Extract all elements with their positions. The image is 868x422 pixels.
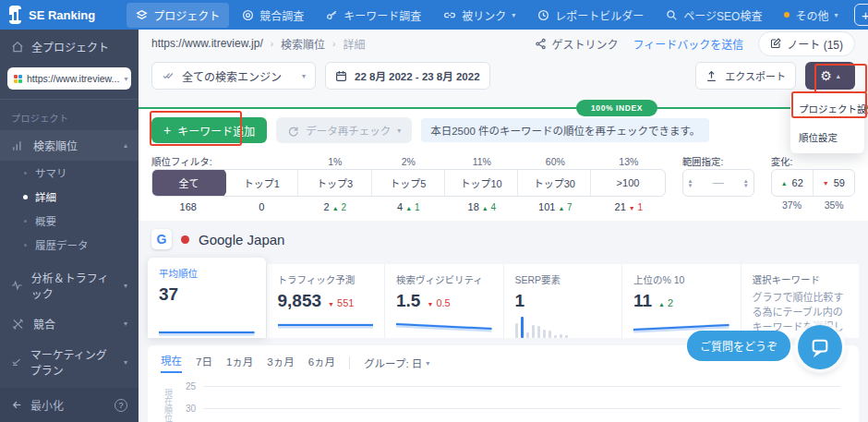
double-check-icon — [162, 70, 175, 81]
menu-item-rank-settings[interactable]: 順位設定 — [790, 123, 864, 151]
export-button[interactable]: エクスポート — [695, 62, 796, 90]
chevron-down-icon: ▾ — [834, 11, 838, 19]
filter-all[interactable]: 全て — [151, 169, 226, 197]
filter-top5[interactable]: トップ5 — [372, 170, 445, 196]
settings-button[interactable]: ⚙ ▴ — [805, 62, 855, 90]
sidebar-minimize[interactable]: 最小化 ? — [0, 388, 139, 422]
add-project-button[interactable]: + — [854, 4, 868, 26]
change-up-button[interactable]: ▲ 62 — [772, 170, 813, 196]
notification-dot — [784, 12, 790, 18]
target-icon — [242, 9, 254, 21]
breadcrumb-row: https://www.itreview.jp/ › 検索順位 › 詳細 ゲスト… — [139, 30, 868, 57]
notes-button[interactable]: ノート (15) — [758, 31, 855, 56]
filter-top30[interactable]: トップ30 — [518, 170, 591, 196]
project-selector[interactable]: https://www.itreview... ▾ — [7, 67, 131, 90]
chat-icon — [810, 337, 830, 357]
sidebar-subitem-summary[interactable]: サマリ — [0, 161, 139, 185]
help-icon[interactable]: ? — [115, 399, 127, 412]
arrow-left-icon — [11, 399, 23, 411]
menu-item-project-settings[interactable]: プロジェクト設定 — [790, 94, 864, 123]
card-serp-features[interactable]: SERP要素 1 — [503, 264, 622, 338]
pulse-icon — [11, 279, 23, 292]
note-edit-icon — [770, 38, 781, 49]
range-filter: 範囲指定: ▴▾ — ▴▾ — [682, 153, 754, 197]
sidebar: 全プロジェクト https://www.itreview... ▾ プロジェクト… — [0, 30, 139, 422]
guest-link-button[interactable]: ゲストリンク — [535, 36, 619, 52]
recheck-info-text: 本日2500 件のキーワードの順位を再チェックできます。 — [421, 118, 709, 142]
google-logo: G — [151, 229, 172, 249]
nav-competitor-research[interactable]: 競合調査 — [233, 3, 313, 28]
home-icon — [11, 41, 24, 54]
chevron-down-icon: ▾ — [302, 72, 306, 80]
controls-row: 全ての検索エンジン ▾ 22 8月 2022 - 23 8月 2022 エクスポ… — [139, 57, 868, 94]
search-engine-section-header: G Google Japan — [139, 221, 868, 258]
nav-backlinks[interactable]: 被リンク ▾ — [434, 3, 524, 28]
card-traffic-forecast[interactable]: トラフィック予測 9,853 ▼ 551 — [266, 264, 385, 338]
card-search-visibility[interactable]: 検索ヴィジビリティ 1.5 ▼ 0.5 — [384, 264, 503, 338]
chevron-down-icon: ▾ — [512, 11, 515, 19]
sidebar-subitem-overview[interactable]: 概要 — [0, 209, 139, 233]
nav-more[interactable]: その他 ▾ — [775, 3, 847, 28]
chevron-down-icon: ▾ — [124, 75, 127, 83]
sparkline-flat — [278, 318, 374, 338]
range-inputs[interactable]: ▴▾ — ▴▾ — [682, 169, 754, 197]
chevron-down-icon: ▾ — [124, 320, 127, 328]
chevron-down-icon: ▾ — [124, 358, 127, 367]
chat-greeting-bubble: ご質問をどうぞ — [687, 331, 790, 361]
send-feedback-link[interactable]: フィードバックを送信 — [633, 36, 744, 52]
chat-widget: ご質問をどうぞ — [687, 325, 842, 369]
checklist-icon — [11, 356, 22, 368]
add-keyword-button[interactable]: + キーワード追加 — [151, 117, 267, 143]
group-by-select[interactable]: グループ: 日▾ — [364, 356, 429, 370]
tab-6months[interactable]: 6ヵ月 — [308, 354, 335, 372]
tab-current[interactable]: 現在 — [161, 353, 182, 373]
filter-top10[interactable]: トップ10 — [445, 170, 518, 196]
nav-projects[interactable]: プロジェクト — [127, 3, 229, 28]
tab-3months[interactable]: 3ヵ月 — [267, 354, 294, 372]
gear-icon: ⚙ — [820, 68, 832, 83]
filter-top3[interactable]: トップ3 — [298, 170, 371, 196]
sidebar-item-rankings[interactable]: 検索順位 ▴ — [0, 130, 139, 161]
crossed-swords-icon — [11, 318, 25, 331]
settings-dropdown-menu: プロジェクト設定 順位設定 — [790, 92, 864, 153]
filter-over100[interactable]: >100 — [591, 170, 664, 196]
sidebar-section-label: プロジェクト — [0, 105, 139, 130]
rank-filters: 順位フィルタ: 1% 2% 11% 60% 13% 全て トップ1 トップ3 ト… — [139, 151, 868, 221]
index-progress-badge: 100% INDEX — [576, 100, 657, 116]
sparkline-down — [396, 318, 492, 338]
sidebar-item-marketing-plan[interactable]: マーケティングプラン ▾ — [0, 339, 139, 385]
stepper-from[interactable]: ▴▾ — [689, 178, 693, 187]
sidebar-all-projects[interactable]: 全プロジェクト — [0, 30, 139, 60]
chevron-down-icon: ▾ — [426, 359, 429, 368]
recheck-data-button[interactable]: データ再チェック ▾ — [276, 117, 412, 143]
keywords-action-row: 100% INDEX + キーワード追加 データ再チェック ▾ 本日2500 件… — [139, 107, 868, 151]
change-down-button[interactable]: ▼ 59 — [813, 170, 854, 196]
breadcrumb-site[interactable]: https://www.itreview.jp/ — [151, 37, 263, 50]
chevron-up-icon: ▴ — [837, 72, 840, 80]
plus-icon: + — [163, 123, 171, 138]
nav-page-seo-audit[interactable]: ページSEO検査 — [657, 3, 771, 28]
nav-report-builder[interactable]: レポートビルダー — [528, 3, 653, 28]
stack-icon — [136, 9, 148, 21]
sidebar-item-competitors[interactable]: 競合 ▾ — [0, 308, 139, 339]
tab-7days[interactable]: 7日 — [196, 354, 212, 372]
chat-launcher-button[interactable] — [798, 325, 842, 369]
search-engine-select[interactable]: 全ての検索エンジン ▾ — [151, 62, 316, 90]
ranking-chart: 現在順位 25 30 35 — [161, 379, 846, 422]
sidebar-item-analytics-traffic[interactable]: 分析＆トラフィック ▾ — [0, 262, 139, 308]
card-average-rank[interactable]: 平均順位 37 — [148, 258, 266, 338]
filter-top1[interactable]: トップ1 — [225, 170, 298, 196]
sidebar-subitem-details[interactable]: 詳細 — [0, 185, 139, 209]
sidebar-subitem-historical-data[interactable]: 履歴データ — [0, 233, 139, 257]
brand-name: SE Ranking — [29, 8, 95, 22]
date-range-picker[interactable]: 22 8月 2022 - 23 8月 2022 — [325, 62, 490, 90]
breadcrumb-rankings[interactable]: 検索順位 — [281, 36, 325, 52]
tab-1month[interactable]: 1ヵ月 — [226, 354, 253, 372]
nav-keyword-research[interactable]: キーワード調査 — [317, 3, 430, 28]
spacer — [139, 94, 868, 107]
engine-name: Google Japan — [199, 232, 284, 247]
rank-filter-label: 順位フィルタ: — [151, 154, 225, 168]
se-ranking-logo[interactable] — [9, 6, 21, 24]
share-icon — [535, 38, 547, 50]
stepper-to[interactable]: ▴▾ — [744, 178, 748, 187]
